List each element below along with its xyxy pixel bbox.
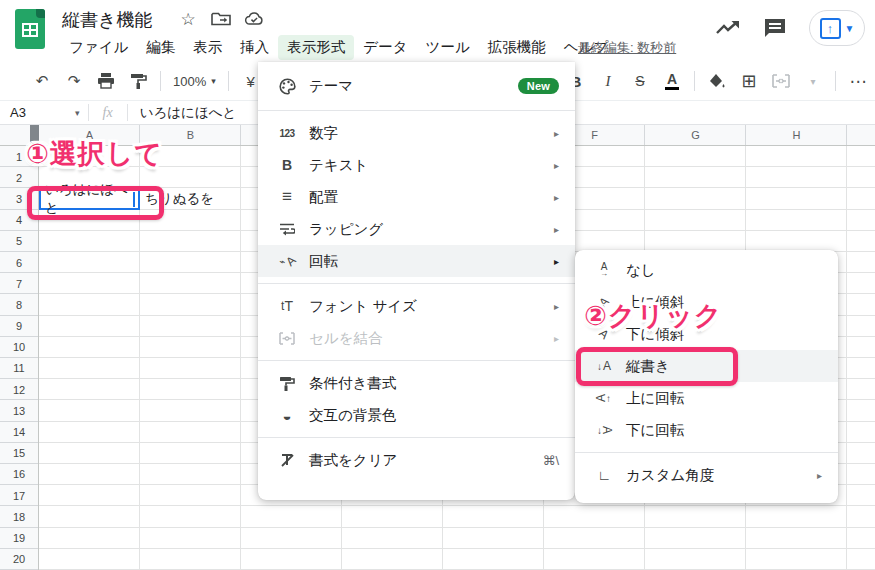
- submenu-arrow-icon: ▸: [554, 160, 559, 171]
- rotate-up-icon: A↑: [591, 391, 617, 405]
- menu-item-merge-cells: セルを結合 ▸: [258, 322, 575, 354]
- text-color-button[interactable]: A: [659, 68, 685, 94]
- menu-item-font-size[interactable]: tT フォント サイズ ▸: [258, 290, 575, 322]
- merge-cells-icon: [274, 332, 300, 345]
- document-title[interactable]: 縦書き機能: [62, 8, 152, 32]
- submenu-item-custom-angle[interactable]: ∟ カスタム角度 ▸: [575, 459, 838, 491]
- top-bar: 縦書き機能 ☆ ファイル 編集 表示 挿入 表示形式 データ ツール 拡張機能 …: [0, 0, 875, 62]
- submenu-item-rotate-up[interactable]: A↑ 上に回転: [575, 382, 838, 414]
- menu-edit[interactable]: 編集: [137, 35, 184, 60]
- menu-item-alignment[interactable]: ≡ 配置 ▸: [258, 181, 575, 213]
- format-menu-dropdown: テーマ New 123 数字 ▸ B テキスト ▸ ≡ 配置 ▸ ラッピング ▸…: [258, 62, 575, 500]
- rotate-icon: ⌁A: [274, 254, 300, 268]
- submenu-arrow-icon: ▸: [554, 128, 559, 139]
- merge-caret-icon[interactable]: ▾: [800, 68, 826, 94]
- italic-button[interactable]: I: [595, 68, 621, 94]
- row-header[interactable]: 12: [0, 379, 38, 400]
- row-header[interactable]: 7: [0, 273, 38, 294]
- wrap-icon: [274, 222, 300, 236]
- merge-cells-button[interactable]: [768, 68, 794, 94]
- menu-item-wrapping[interactable]: ラッピング ▸: [258, 213, 575, 245]
- row-header[interactable]: 11: [0, 358, 38, 379]
- share-upload-icon: ↑: [820, 18, 841, 39]
- submenu-item-rotate-down[interactable]: ↓A 下に回転: [575, 414, 838, 446]
- menu-extensions[interactable]: 拡張機能: [479, 35, 555, 60]
- menu-item-rotation[interactable]: ⌁A 回転 ▸: [258, 245, 575, 277]
- print-button[interactable]: [93, 68, 119, 94]
- highlight-box-cell-a3: [27, 186, 164, 220]
- menu-item-text[interactable]: B テキスト ▸: [258, 149, 575, 181]
- fx-icon: fx: [89, 105, 127, 121]
- row-header[interactable]: 17: [0, 485, 38, 506]
- submenu-arrow-icon: ▸: [554, 256, 559, 267]
- name-box[interactable]: A3: [0, 105, 75, 120]
- menu-file[interactable]: ファイル: [60, 35, 137, 60]
- move-folder-icon[interactable]: [211, 9, 231, 29]
- submenu-arrow-icon: ▸: [554, 192, 559, 203]
- zoom-control[interactable]: 100%▾: [167, 74, 222, 89]
- undo-button[interactable]: ↶: [29, 68, 55, 94]
- more-options-button[interactable]: ⋯: [845, 68, 871, 94]
- redo-button[interactable]: ↷: [61, 68, 87, 94]
- alternating-colors-icon: ◒: [274, 407, 300, 424]
- clear-format-icon: [274, 453, 300, 468]
- menu-format[interactable]: 表示形式: [278, 35, 354, 60]
- annotation-step1: ①選択して: [26, 136, 163, 172]
- font-size-icon: tT: [274, 298, 300, 314]
- rotate-none-icon: A→: [591, 263, 617, 277]
- sheets-logo[interactable]: [15, 9, 45, 49]
- menu-item-number[interactable]: 123 数字 ▸: [258, 117, 575, 149]
- row-header[interactable]: 16: [0, 464, 38, 485]
- share-button[interactable]: ↑ ▼: [809, 10, 865, 46]
- menu-data[interactable]: データ: [354, 35, 416, 60]
- insights-icon[interactable]: [715, 19, 741, 37]
- comment-icon[interactable]: [763, 17, 787, 39]
- row-header[interactable]: 8: [0, 294, 38, 315]
- column-header-g[interactable]: G: [645, 125, 746, 145]
- submenu-arrow-icon: ▸: [554, 301, 559, 312]
- new-badge: New: [518, 78, 559, 94]
- row-header[interactable]: 9: [0, 316, 38, 337]
- custom-angle-icon: ∟: [591, 467, 617, 483]
- annotation-step2: ②クリック: [584, 298, 722, 334]
- menu-view[interactable]: 表示: [184, 35, 231, 60]
- menu-item-conditional-formatting[interactable]: 条件付き書式: [258, 367, 575, 399]
- share-caret-icon: ▼: [845, 23, 855, 34]
- align-icon: ≡: [274, 187, 300, 207]
- submenu-item-none[interactable]: A→ なし: [575, 254, 838, 286]
- text-format-icon: B: [274, 157, 300, 173]
- strikethrough-button[interactable]: S: [627, 68, 653, 94]
- formula-input[interactable]: いろはにほへと: [128, 104, 237, 122]
- submenu-arrow-icon: ▸: [554, 333, 559, 344]
- fill-color-button[interactable]: [704, 68, 730, 94]
- menu-item-clear-formatting[interactable]: 書式をクリア ⌘\: [258, 444, 575, 476]
- row-header[interactable]: 14: [0, 421, 38, 442]
- cloud-status-icon[interactable]: [244, 9, 264, 29]
- menu-item-theme[interactable]: テーマ New: [258, 68, 575, 104]
- zoom-caret-icon: ▾: [211, 76, 216, 86]
- row-header[interactable]: 5: [0, 231, 38, 252]
- star-icon[interactable]: ☆: [178, 9, 198, 29]
- borders-button[interactable]: ⊞: [736, 68, 762, 94]
- last-edit-status[interactable]: 最終編集: 数秒前: [578, 39, 676, 57]
- menu-tools[interactable]: ツール: [417, 35, 479, 60]
- row-header[interactable]: 6: [0, 252, 38, 273]
- row-header[interactable]: 15: [0, 443, 38, 464]
- shortcut-label: ⌘\: [542, 453, 559, 468]
- rotate-down-icon: ↓A: [591, 423, 617, 437]
- palette-icon: [274, 78, 300, 95]
- row-header[interactable]: 19: [0, 527, 38, 548]
- submenu-arrow-icon: ▸: [554, 224, 559, 235]
- numbers-icon: 123: [274, 128, 300, 139]
- row-header[interactable]: 10: [0, 337, 38, 358]
- row-header[interactable]: 20: [0, 549, 38, 570]
- column-header-h[interactable]: H: [746, 125, 847, 145]
- menu-insert[interactable]: 挿入: [231, 35, 278, 60]
- submenu-arrow-icon: ▸: [817, 470, 822, 481]
- row-header[interactable]: 18: [0, 506, 38, 527]
- menu-bar: ファイル 編集 表示 挿入 表示形式 データ ツール 拡張機能 ヘルプ: [60, 35, 617, 60]
- name-box-caret-icon[interactable]: ▾: [75, 108, 80, 118]
- row-header[interactable]: 13: [0, 400, 38, 421]
- menu-item-alternating-colors[interactable]: ◒ 交互の背景色: [258, 399, 575, 431]
- paint-format-button[interactable]: [125, 68, 151, 94]
